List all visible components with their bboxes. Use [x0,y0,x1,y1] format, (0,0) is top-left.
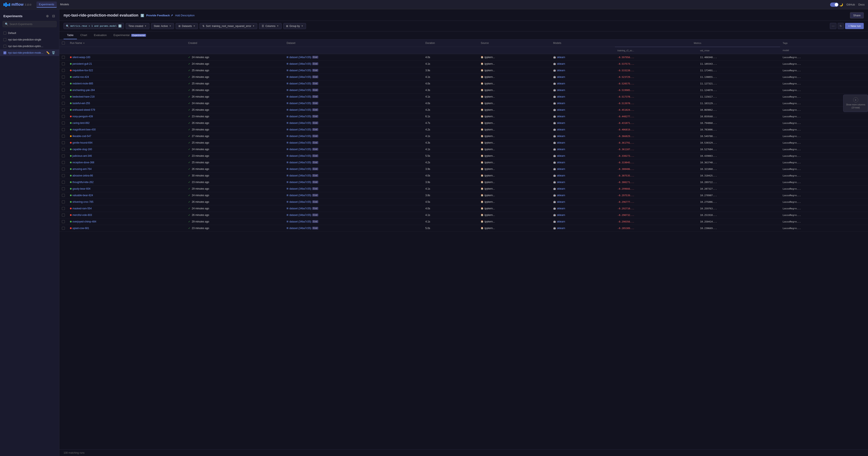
row-select-23[interactable] [62,207,65,210]
run-name-link-17[interactable]: amusing-ant-764 [70,168,183,171]
row-select-17[interactable] [62,168,65,171]
dataset-content-14[interactable]: ⊞ dataset (34ba7c55) Eval [286,148,420,151]
row-select-14[interactable] [62,148,65,151]
dataset-content-26[interactable]: ⊞ dataset (34ba7c55) Eval [286,227,420,230]
dataset-content-2[interactable]: ⊞ dataset (34ba7c55) Eval [286,69,420,72]
theme-toggle[interactable]: 🌙 [830,3,843,7]
tab-chart[interactable]: Chart [77,31,91,39]
edit-exp-default[interactable]: ✏️ [45,31,50,35]
models-content-24[interactable]: 🤖 sklearn [553,213,613,217]
models-content-5[interactable]: 🤖 sklearn [553,89,613,92]
dataset-content-25[interactable]: ⊞ dataset (34ba7c55) Eval [286,220,420,223]
run-name-link-4[interactable]: redolent-mole-885 [70,82,183,85]
row-select-9[interactable] [62,115,65,118]
time-created-btn[interactable]: Time created ▼ [126,23,149,29]
dataset-content-22[interactable]: ⊞ dataset (34ba7c55) Eval [286,200,420,203]
dataset-content-9[interactable]: ⊞ dataset (34ba7c55) Eval [286,115,420,118]
run-name-link-0[interactable]: silent-wasp-183 [70,56,183,59]
sidebar-item-evaluation[interactable]: ✓ nyc-taxi-ride-prediction-model evaluat… [0,50,59,56]
row-select-21[interactable] [62,194,65,197]
row-select-3[interactable] [62,76,65,79]
row-select-13[interactable] [62,141,65,144]
run-name-link-8[interactable]: enthused-steed-579 [70,108,183,111]
dataset-content-1[interactable]: ⊞ dataset (34ba7c55) Eval [286,62,420,65]
row-select-0[interactable] [62,56,65,59]
row-checkbox-11[interactable] [59,126,67,133]
dataset-content-23[interactable]: ⊞ dataset (34ba7c55) Eval [286,207,420,210]
row-checkbox-14[interactable] [59,146,67,152]
row-select-5[interactable] [62,89,65,92]
github-link[interactable]: GitHub [846,3,855,6]
sidebar-item-default[interactable]: Default ✏️ 🗑️ [0,30,59,36]
dataset-content-19[interactable]: ⊞ dataset (34ba7c55) Eval [286,181,420,184]
row-checkbox-2[interactable] [59,67,67,74]
row-checkbox-26[interactable] [59,225,67,231]
run-name-link-6[interactable]: bedecked-hare-218 [70,95,183,98]
th-select-all[interactable] [59,39,67,47]
run-name-link-11[interactable]: magnificent-bee-430 [70,128,183,131]
filter-input[interactable] [70,25,117,27]
th-dataset[interactable]: Dataset [284,39,423,47]
run-name-link-1[interactable]: persistent-gull-21 [70,62,183,65]
models-content-25[interactable]: 🤖 sklearn [553,220,613,223]
docs-link[interactable]: Docs [858,3,865,6]
th-source[interactable]: Source [478,39,551,47]
refresh-btn[interactable]: ↻ [838,23,844,29]
edit-exp-single[interactable]: ✏️ [45,38,50,41]
models-content-18[interactable]: 🤖 sklearn [553,174,613,177]
delete-exp-evaluation[interactable]: 🗑️ [51,51,56,55]
state-active-btn[interactable]: State: Active ▼ [151,23,174,29]
th2-r2sc[interactable]: training_r2_sc... [615,47,698,54]
row-checkbox-5[interactable] [59,87,67,93]
row-checkbox-1[interactable] [59,60,67,67]
row-select-25[interactable] [62,220,65,223]
edit-exp-optimisation[interactable]: ✏️ [45,44,50,48]
row-select-2[interactable] [62,69,65,72]
row-select-4[interactable] [62,82,65,85]
models-content-17[interactable]: 🤖 sklearn [553,168,613,171]
row-checkbox-4[interactable] [59,80,67,87]
row-select-11[interactable] [62,128,65,131]
models-content-13[interactable]: 🤖 sklearn [553,141,613,144]
row-checkbox-21[interactable] [59,192,67,199]
row-checkbox-15[interactable] [59,152,67,159]
dataset-content-17[interactable]: ⊞ dataset (34ba7c55) Eval [286,168,420,171]
dataset-content-4[interactable]: ⊞ dataset (34ba7c55) Eval [286,82,420,85]
models-content-26[interactable]: 🤖 sklearn [553,227,613,230]
more-options-btn[interactable]: ⋯ [830,23,836,29]
run-name-link-23[interactable]: masked-ram-554 [70,207,183,210]
row-select-6[interactable] [62,95,65,98]
row-select-18[interactable] [62,174,65,177]
row-select-12[interactable] [62,135,65,138]
nav-experiments[interactable]: Experiments [36,1,57,8]
run-name-link-18[interactable]: abrasive-zebra-86 [70,174,183,177]
row-checkbox-16[interactable] [59,159,67,166]
exp-checkbox-evaluation[interactable]: ✓ [3,51,6,54]
run-name-link-2[interactable]: inquisitive-fox-522 [70,69,183,72]
run-name-link-5[interactable]: enchanting-yak-284 [70,89,183,92]
row-select-22[interactable] [62,200,65,203]
dataset-content-11[interactable]: ⊞ dataset (34ba7c55) Eval [286,128,420,131]
tab-table[interactable]: Table [64,31,77,39]
row-select-15[interactable] [62,154,65,158]
row-checkbox-20[interactable] [59,186,67,192]
run-name-link-16[interactable]: receptive-dove-368 [70,161,183,164]
th-models[interactable]: Models [551,39,615,47]
models-content-15[interactable]: 🤖 sklearn [553,154,613,158]
row-select-1[interactable] [62,62,65,65]
run-name-link-25[interactable]: overjoyed-chimp-484 [70,220,183,223]
models-content-2[interactable]: 🤖 sklearn [553,69,613,72]
run-name-link-22[interactable]: shivering-croc-785 [70,200,183,203]
models-content-14[interactable]: 🤖 sklearn [553,148,613,151]
models-content-21[interactable]: 🤖 sklearn [553,194,613,197]
exp-checkbox-optimisation[interactable] [3,45,6,48]
feedback-link[interactable]: Provide Feedback ↗ [146,14,173,17]
dataset-content-6[interactable]: ⊞ dataset (34ba7c55) Eval [286,95,420,98]
run-name-link-10[interactable]: caring-bird-892 [70,121,183,124]
models-content-0[interactable]: 🤖 sklearn [553,56,613,59]
columns-btn[interactable]: ☰ Columns ▼ [259,23,281,29]
show-more-columns-panel[interactable]: + Show more columns(19 total) [843,94,868,112]
models-content-8[interactable]: 🤖 sklearn [553,108,613,111]
dataset-content-24[interactable]: ⊞ dataset (34ba7c55) Eval [286,213,420,217]
row-checkbox-3[interactable] [59,74,67,80]
